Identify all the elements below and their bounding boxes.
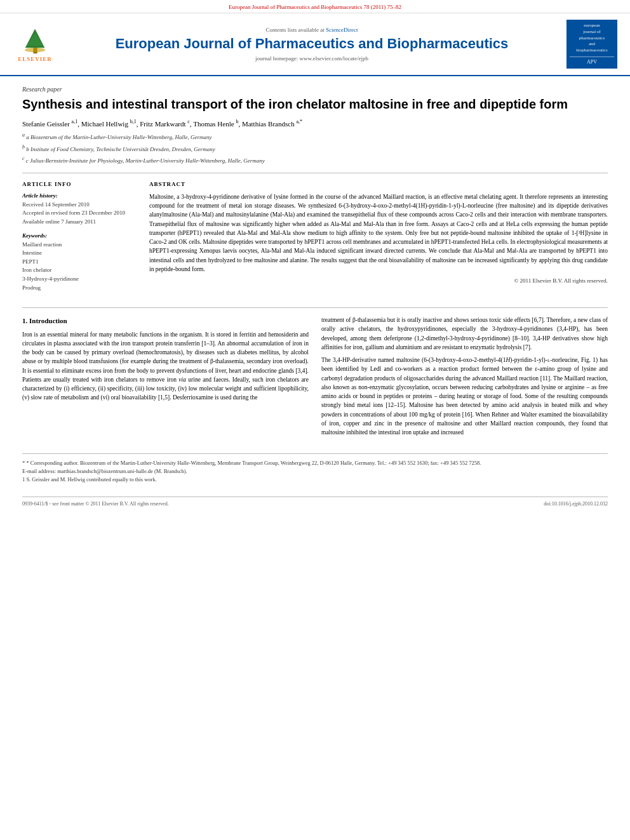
- authors-line: Stefanie Geissler a,1, Michael Hellwig b…: [22, 119, 608, 128]
- elsevier-text: ELSEVIER: [18, 56, 52, 62]
- svg-marker-2: [26, 33, 43, 46]
- keywords-title: Keywords:: [22, 232, 137, 239]
- footer-bar: 0939-6411/$ - see front matter © 2011 El…: [22, 497, 608, 507]
- info-abstract-section: ARTICLE INFO Article history: Received 1…: [22, 181, 608, 298]
- intro-para-2: treatment of β-thalassemia but it is ora…: [321, 316, 608, 352]
- journal-title-block: Contents lists available at ScienceDirec…: [64, 27, 560, 61]
- footnote-corresponding: * * Corresponding author. Biozentrum of …: [22, 459, 608, 467]
- elsevier-tree-icon: [18, 26, 53, 55]
- affiliation-c: c c Julius-Bernstein-Institute for Physi…: [22, 155, 608, 165]
- keyword-6: Prodrug: [22, 284, 137, 292]
- footnotes-section: * * Corresponding author. Biozentrum of …: [22, 453, 608, 483]
- paper-title: Synthesis and intestinal transport of th…: [22, 96, 608, 112]
- keyword-4: Iron chelator: [22, 266, 137, 274]
- footer-doi: doi:10.1016/j.ejpb.2010.12.032: [544, 501, 608, 507]
- elsevier-logo-block: ELSEVIER: [13, 26, 57, 62]
- abstract-heading: ABSTRACT: [149, 181, 608, 187]
- journal-logo-right: europeanjournal ofpharmaceuticsandbiopha…: [566, 20, 617, 69]
- footnote-email: E-mail address: matthias.brandsch@biozen…: [22, 467, 608, 476]
- accepted-date: Accepted in revised form 23 December 201…: [22, 209, 137, 217]
- authors-text: Stefanie Geissler a,1, Michael Hellwig b…: [22, 120, 302, 128]
- svg-point-3: [24, 48, 44, 52]
- abstract-copyright: © 2011 Elsevier B.V. All rights reserved…: [149, 277, 608, 284]
- journal-citation-bar: European Journal of Pharmaceutics and Bi…: [0, 0, 630, 13]
- journal-citation: European Journal of Pharmaceutics and Bi…: [229, 4, 401, 10]
- history-title: Article history:: [22, 192, 137, 199]
- paper-type: Research paper: [22, 86, 608, 93]
- intro-col-left: 1. Introduction Iron is an essential min…: [22, 316, 309, 441]
- keyword-1: Maillard reaction: [22, 241, 137, 249]
- affiliation-a: a a Biozentrum of the Martin-Luther-Univ…: [22, 131, 608, 142]
- keyword-3: PEPT1: [22, 258, 137, 266]
- article-info-column: ARTICLE INFO Article history: Received 1…: [22, 181, 137, 298]
- section-divider: [22, 173, 608, 173]
- sciencedirect-line: Contents lists available at ScienceDirec…: [64, 27, 560, 33]
- journal-homepage: journal homepage: www.elsevier.com/locat…: [64, 55, 560, 62]
- affiliation-b: b b Institute of Food Chemistry, Technis…: [22, 143, 608, 154]
- keywords-group: Keywords: Maillard reaction Intestine PE…: [22, 232, 137, 292]
- intro-para-3: The 3,4-HP-derivative named maltosine (6…: [321, 356, 608, 437]
- corresponding-text: * Corresponding author. Biozentrum of th…: [26, 460, 481, 466]
- intro-col-right: treatment of β-thalassemia but it is ora…: [321, 316, 608, 441]
- intro-para-1: Iron is an essential mineral for many me…: [22, 330, 309, 403]
- main-content: Research paper Synthesis and intestinal …: [0, 76, 630, 516]
- journal-logo-box: europeanjournal ofpharmaceuticsandbiopha…: [566, 20, 617, 69]
- history-group: Article history: Received 14 September 2…: [22, 192, 137, 226]
- introduction-section: 1. Introduction Iron is an essential min…: [22, 316, 608, 441]
- footnote-equal: 1 S. Geissler and M. Hellwig contributed…: [22, 476, 608, 484]
- sciencedirect-link[interactable]: ScienceDirect: [326, 27, 358, 33]
- footer-issn: 0939-6411/$ - see front matter © 2011 El…: [22, 501, 169, 507]
- intro-heading: 1. Introduction: [22, 316, 309, 326]
- available-date: Available online 7 January 2011: [22, 218, 137, 226]
- received-date: Received 14 September 2010: [22, 201, 137, 209]
- abstract-text: Maltosine, a 3-hydroxy-4-pyridinone deri…: [149, 192, 608, 274]
- keyword-5: 3-Hydroxy-4-pyridinone: [22, 275, 137, 283]
- body-divider: [22, 307, 608, 308]
- journal-header: ELSEVIER Contents lists available at Sci…: [0, 13, 630, 76]
- keyword-2: Intestine: [22, 249, 137, 257]
- abstract-column: ABSTRACT Maltosine, a 3-hydroxy-4-pyridi…: [149, 181, 608, 298]
- article-info-heading: ARTICLE INFO: [22, 181, 137, 187]
- journal-title: European Journal of Pharmaceutics and Bi…: [64, 36, 560, 52]
- sciencedirect-label: Contents lists available at: [266, 27, 325, 33]
